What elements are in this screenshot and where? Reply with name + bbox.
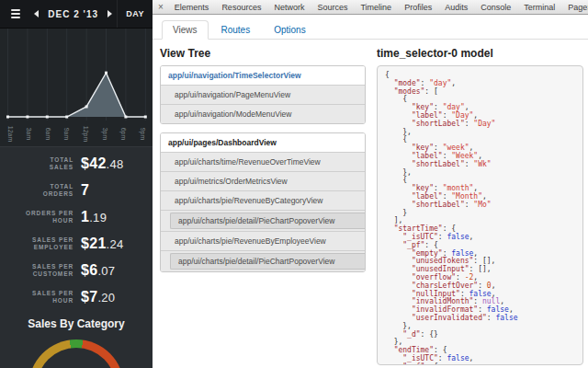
stat-value: $7.20 [81, 289, 115, 305]
devtools-tab-timeline[interactable]: Timeline [354, 0, 398, 14]
devtools-tab-audits[interactable]: Audits [438, 0, 474, 14]
close-icon[interactable]: × [153, 0, 168, 14]
stat-value: 1.19 [81, 209, 107, 225]
view-tree-item-label: app/ui/charts/pie/detail/PieChartPopover… [170, 213, 365, 229]
devtools-tab-resources[interactable]: Resources [215, 0, 267, 14]
stat-row: TOTALORDERS7 [0, 182, 153, 199]
json-line: }, [385, 169, 575, 178]
date-selector: DEC 2 '13 [29, 9, 117, 19]
view-tree-column: View Tree app/ui/navigation/TimeSelector… [160, 40, 366, 368]
json-line: }, [385, 129, 575, 137]
lavaca-panel-body: ViewsRoutesOptions View Tree app/ui/navi… [153, 15, 588, 368]
devtools-tabs: ElementsResourcesNetworkSourcesTimelineP… [168, 0, 588, 14]
x-axis-tick: 12pm [77, 121, 96, 146]
stat-row: SALES PERCUSTOMER$6.07 [0, 262, 153, 279]
lavaca-columns: View Tree app/ui/navigation/TimeSelector… [153, 40, 588, 368]
menu-icon[interactable] [0, 9, 29, 18]
devtools-tab-console[interactable]: Console [474, 0, 517, 14]
devtools-tab-pagespeed[interactable]: PageSpeed [561, 0, 588, 14]
subtab-views[interactable]: Views [162, 20, 209, 40]
x-axis-tick: 12am [1, 121, 20, 146]
devtools-tab-network[interactable]: Network [267, 0, 311, 14]
next-date-arrow-icon[interactable] [107, 10, 112, 17]
model-heading: time_selector-0 model [377, 47, 583, 60]
devtools-tab-profiles[interactable]: Profiles [398, 0, 438, 14]
view-tree-item[interactable]: app/ui/pages/DashboardView [161, 133, 365, 152]
metrics-list: TOTALSALES$42.48TOTALORDERS7ORDERS PERHO… [0, 147, 153, 316]
lavaca-subtabs: ViewsRoutesOptions [153, 15, 588, 40]
stat-row: SALES PEREMPLOYEE$21.24 [0, 236, 153, 252]
stat-value: $21.24 [81, 236, 124, 252]
model-json-view: { "mode": "day", "modes": [ { "key": "da… [377, 65, 583, 365]
view-tree-item[interactable]: app/ui/charts/pie/detail/PieChartPopover… [161, 250, 365, 271]
x-axis-tick: 9am [58, 121, 77, 146]
x-axis-tick: 6am [39, 121, 58, 146]
view-tree-item[interactable]: app/ui/charts/pie/RevenueByCategoryView [161, 190, 365, 210]
date-label: DEC 2 '13 [48, 9, 98, 19]
x-axis-tick: 9pm [133, 121, 153, 146]
view-tree-item[interactable]: app/ui/charts/pie/detail/PieChartPopover… [161, 210, 365, 231]
sales-by-category-title: Sales By Category [0, 317, 153, 330]
stat-label: TOTALORDERS [0, 183, 74, 198]
devtools-tab-terminal[interactable]: Terminal [517, 0, 561, 14]
dashboard-topbar: DEC 2 '13 DAY [0, 0, 153, 29]
json-line: "shortLabel": "Wk" [385, 161, 575, 169]
x-axis-tick: 3pm [96, 121, 115, 146]
stat-value: $42.48 [81, 155, 124, 172]
view-tree-item[interactable]: app/ui/navigation/PageMenuView [161, 85, 365, 104]
x-axis-tick: 6pm [115, 121, 134, 146]
subtab-options[interactable]: Options [263, 20, 316, 40]
json-line: "shortLabel": "Day" [385, 121, 575, 129]
devtools-tabbar: × ElementsResourcesNetworkSourcesTimelin… [153, 0, 588, 15]
chart-x-axis: 12am3am6am9am12pm3pm6pm9pm [0, 121, 153, 147]
view-tree-group: app/ui/pages/DashboardViewapp/ui/charts/… [160, 132, 366, 272]
view-tree-item[interactable]: app/ui/metrics/OrderMetricsView [161, 171, 365, 190]
stat-row: ORDERS PERHOUR1.19 [0, 209, 153, 225]
stat-label: SALES PERHOUR [0, 290, 74, 305]
view-tree-item[interactable]: app/ui/charts/pie/RevenueByEmployeeView [161, 231, 365, 250]
dashboard-panel: DEC 2 '13 DAY 12am3am6am9am12pm3pm6pm9pm… [0, 0, 153, 368]
sales-by-category-section: Sales By Category [0, 317, 153, 368]
view-tree-group: app/ui/navigation/TimeSelectorViewapp/ui… [160, 65, 366, 124]
json-line: "userInvalidated": false [385, 315, 575, 323]
stat-value: $6.07 [81, 262, 115, 279]
stat-row: SALES PERHOUR$7.20 [0, 289, 153, 305]
app-window: DEC 2 '13 DAY 12am3am6am9am12pm3pm6pm9pm… [0, 0, 588, 368]
model-column: time_selector-0 model { "mode": "day", "… [377, 40, 583, 368]
prev-date-arrow-icon[interactable] [34, 10, 39, 17]
view-tree-heading: View Tree [160, 47, 366, 60]
json-line: "shortLabel": "Mo" [385, 201, 575, 210]
view-tree-item-label: app/ui/charts/pie/detail/PieChartPopover… [170, 253, 365, 270]
json-line: } [385, 210, 575, 218]
view-tree-list: app/ui/navigation/TimeSelectorViewapp/ui… [160, 65, 366, 272]
view-tree-item[interactable]: app/ui/navigation/ModeMenuView [161, 104, 365, 123]
json-line: "_d": {} [385, 331, 575, 339]
devtools-tab-sources[interactable]: Sources [311, 0, 354, 14]
view-tree-item[interactable]: app/ui/navigation/TimeSelectorView [161, 66, 365, 85]
json-line: "modes": [ [385, 88, 575, 97]
stat-row: TOTALSALES$42.48 [0, 155, 153, 172]
stat-label: SALES PERCUSTOMER [0, 263, 74, 278]
mode-day-button[interactable]: DAY [117, 0, 153, 28]
area-chart-svg [0, 29, 153, 121]
category-donut-chart [28, 339, 124, 368]
revenue-over-time-chart [0, 29, 153, 121]
view-tree-item[interactable]: app/ui/charts/time/RevenueOverTimeView [161, 152, 365, 171]
devtools-panel: × ElementsResourcesNetworkSourcesTimelin… [153, 0, 588, 368]
stat-value: 7 [81, 182, 89, 199]
stat-label: TOTALSALES [0, 156, 74, 171]
subtab-routes[interactable]: Routes [210, 20, 262, 40]
stat-label: ORDERS PERHOUR [0, 210, 74, 224]
x-axis-tick: 3am [20, 121, 40, 146]
devtools-tab-elements[interactable]: Elements [168, 0, 216, 14]
json-line: "_pf": { [385, 363, 575, 365]
stat-label: SALES PEREMPLOYEE [0, 236, 74, 251]
